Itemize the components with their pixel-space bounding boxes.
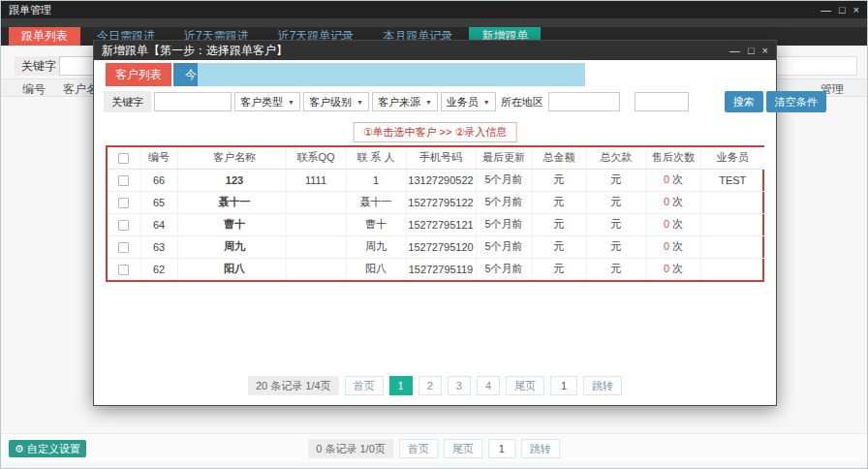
cell-checkbox <box>108 191 140 213</box>
window-title: 跟单管理 <box>9 3 51 17</box>
clear-conditions-button[interactable]: 清空条件 <box>766 91 826 112</box>
modal-close-icon[interactable]: × <box>762 45 768 56</box>
cell-id: 64 <box>140 213 177 235</box>
cell-contact: 聂十一 <box>346 191 406 213</box>
modal-jump-button[interactable]: 跳转 <box>583 376 622 395</box>
cell-contact: 曹十 <box>346 213 406 235</box>
main-right-input[interactable] <box>776 56 857 76</box>
cell-last-updated: 5个月前 <box>476 169 532 191</box>
column-header-4: 手机号码 <box>406 147 476 169</box>
cell-phone: 15272795122 <box>406 191 476 213</box>
customer-level-select[interactable]: 客户级别 ▼ <box>303 92 369 111</box>
modal-table-body: 6612311111131272905225个月前元元0 次TEST65聂十一聂… <box>108 169 764 280</box>
modal-keyword-input[interactable] <box>154 92 232 111</box>
modal-body: 客户列表 今日新增 关键字 客户类型 ▼ 客户级别 ▼ 客户来源 ▼ <box>94 60 776 405</box>
column-header-2: 联系QQ <box>286 147 346 169</box>
modal-minimize-icon[interactable]: — <box>729 45 740 56</box>
cell-last-updated: 5个月前 <box>476 235 532 258</box>
table-row[interactable]: 64曹十曹十152727951215个月前元元0 次 <box>108 213 764 235</box>
cell-id: 65 <box>140 191 177 213</box>
custom-settings-label: 自定义设置 <box>27 440 80 457</box>
cell-contact: 周九 <box>346 235 406 258</box>
cell-name: 聂十一 <box>177 191 286 213</box>
customer-level-label: 客户级别 <box>309 95 352 109</box>
cell-aftersales-count: 0 次 <box>646 258 700 280</box>
minimize-icon[interactable]: — <box>821 4 831 16</box>
customer-source-label: 客户来源 <box>378 95 420 109</box>
row-checkbox[interactable] <box>118 265 129 275</box>
column-header-5: 最后更新 <box>476 147 532 169</box>
cell-qq <box>286 258 346 280</box>
new-followup-modal: 新增跟单【第一步：选择跟单客户】 — □ × 客户列表 今日新增 关键字 客户类… <box>93 40 777 406</box>
select-all-checkbox[interactable] <box>118 153 129 164</box>
cell-checkbox <box>108 258 140 280</box>
main-last-page-button[interactable]: 尾页 <box>444 439 482 458</box>
cell-qq <box>286 191 346 213</box>
column-header-9: 业务员 <box>700 147 764 169</box>
chevron-down-icon: ▼ <box>288 99 294 106</box>
cell-salesman: TEST <box>700 169 764 191</box>
page-button-2[interactable]: 2 <box>418 376 442 395</box>
modal-first-page-button[interactable]: 首页 <box>345 376 384 395</box>
modal-page-buttons: 1234 <box>389 376 501 395</box>
cell-checkbox <box>108 169 140 191</box>
modal-keyword-label: 关键字 <box>104 91 151 112</box>
cell-total-debt: 元 <box>586 191 646 213</box>
table-row[interactable]: 65聂十一聂十一152727951225个月前元元0 次 <box>108 191 764 213</box>
cell-qq <box>286 235 346 258</box>
region-input[interactable] <box>548 92 620 111</box>
page-button-3[interactable]: 3 <box>448 376 471 395</box>
cell-last-updated: 5个月前 <box>476 191 532 213</box>
modal-last-page-button[interactable]: 尾页 <box>506 376 544 395</box>
cell-salesman <box>700 258 764 280</box>
cell-aftersales-count: 0 次 <box>646 169 700 191</box>
modal-page-input[interactable] <box>550 376 577 395</box>
chevron-down-icon: ▼ <box>483 99 490 106</box>
app-window: 跟单管理 — □ × 跟单列表今日需跟进近7天需跟进近7天跟单记录本月跟单记录新… <box>0 0 868 469</box>
column-header-6: 总金额 <box>532 147 586 169</box>
maximize-icon[interactable]: □ <box>839 4 846 16</box>
row-checkbox[interactable] <box>118 242 129 253</box>
table-row[interactable]: 63周九周九152727951205个月前元元0 次 <box>108 235 764 258</box>
cell-phone: 15272795121 <box>406 213 476 235</box>
custom-settings-button[interactable]: ⚙ 自定义设置 <box>9 440 86 457</box>
main-keyword-label: 关键字 <box>15 56 63 76</box>
table-row[interactable]: 62阳八阳八152727951195个月前元元0 次 <box>108 258 764 280</box>
customer-source-select[interactable]: 客户来源 ▼ <box>372 92 438 111</box>
cell-total-amount: 元 <box>532 191 586 213</box>
salesman-select[interactable]: 业务员 ▼ <box>441 92 496 111</box>
row-checkbox[interactable] <box>118 220 129 231</box>
row-checkbox[interactable] <box>118 198 129 208</box>
cell-aftersales-count: 0 次 <box>646 191 700 213</box>
search-button[interactable]: 搜索 <box>725 91 763 112</box>
cell-total-amount: 元 <box>532 235 586 258</box>
cell-phone: 13127290522 <box>406 169 476 191</box>
main-first-page-button[interactable]: 首页 <box>399 439 438 458</box>
cell-total-debt: 元 <box>586 235 646 258</box>
main-page-input[interactable] <box>488 439 515 458</box>
cell-checkbox <box>108 213 140 235</box>
salesman-label: 业务员 <box>447 95 479 109</box>
main-tab-0[interactable]: 跟单列表 <box>9 27 80 46</box>
cell-salesman <box>700 191 764 213</box>
tab-customer-list[interactable]: 客户列表 <box>106 63 171 86</box>
row-checkbox[interactable] <box>118 175 129 186</box>
region-input-2[interactable] <box>635 92 689 111</box>
modal-maximize-icon[interactable]: □ <box>748 45 755 56</box>
page-button-1[interactable]: 1 <box>389 376 413 395</box>
table-row[interactable]: 6612311111131272905225个月前元元0 次TEST <box>108 169 764 191</box>
cell-aftersales-count: 0 次 <box>646 235 700 258</box>
main-titlebar: 跟单管理 — □ × <box>1 1 867 18</box>
customer-type-select[interactable]: 客户类型 ▼ <box>234 92 300 111</box>
highlight-overlay <box>198 63 585 86</box>
main-window-controls: — □ × <box>821 4 859 16</box>
cell-phone: 15272795119 <box>406 258 476 280</box>
main-jump-button[interactable]: 跳转 <box>521 439 560 458</box>
page-button-4[interactable]: 4 <box>477 376 500 395</box>
cell-name: 123 <box>177 169 286 191</box>
cell-phone: 15272795120 <box>406 235 476 258</box>
cell-id: 66 <box>140 169 177 191</box>
close-icon[interactable]: × <box>853 4 859 16</box>
cell-name: 周九 <box>177 235 286 258</box>
column-header-1: 客户名称 <box>177 147 286 169</box>
